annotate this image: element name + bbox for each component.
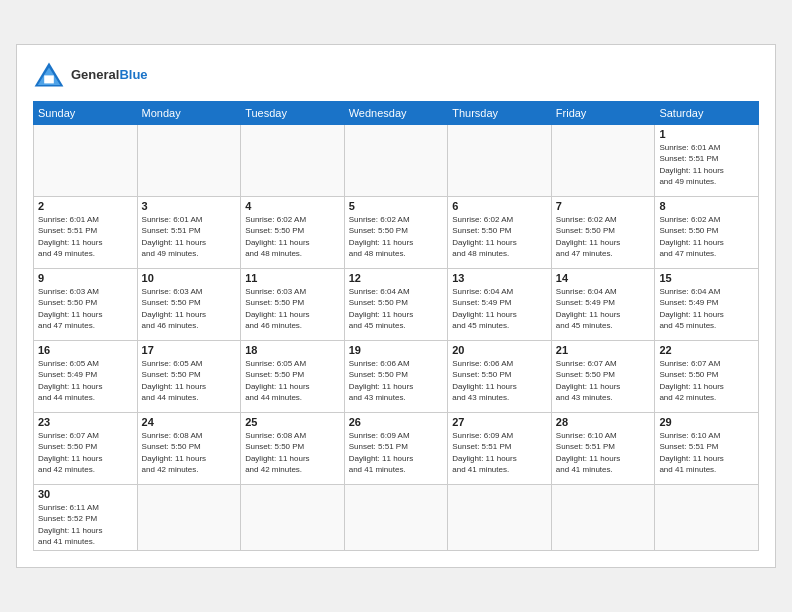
day-info: Sunrise: 6:06 AM Sunset: 5:50 PM Dayligh… <box>349 358 444 403</box>
day-number: 18 <box>245 344 340 356</box>
day-cell <box>551 485 655 551</box>
day-cell <box>241 125 345 197</box>
logo-text: GeneralBlue <box>71 67 148 83</box>
day-info: Sunrise: 6:01 AM Sunset: 5:51 PM Dayligh… <box>142 214 237 259</box>
day-number: 13 <box>452 272 547 284</box>
day-cell <box>551 125 655 197</box>
day-number: 22 <box>659 344 754 356</box>
day-cell <box>137 485 241 551</box>
day-number: 3 <box>142 200 237 212</box>
day-info: Sunrise: 6:01 AM Sunset: 5:51 PM Dayligh… <box>659 142 754 187</box>
day-number: 8 <box>659 200 754 212</box>
day-cell: 14Sunrise: 6:04 AM Sunset: 5:49 PM Dayli… <box>551 269 655 341</box>
day-cell <box>34 125 138 197</box>
day-number: 11 <box>245 272 340 284</box>
day-number: 28 <box>556 416 651 428</box>
day-info: Sunrise: 6:02 AM Sunset: 5:50 PM Dayligh… <box>556 214 651 259</box>
day-cell: 2Sunrise: 6:01 AM Sunset: 5:51 PM Daylig… <box>34 197 138 269</box>
day-info: Sunrise: 6:10 AM Sunset: 5:51 PM Dayligh… <box>556 430 651 475</box>
day-cell: 12Sunrise: 6:04 AM Sunset: 5:50 PM Dayli… <box>344 269 448 341</box>
day-number: 7 <box>556 200 651 212</box>
day-info: Sunrise: 6:01 AM Sunset: 5:51 PM Dayligh… <box>38 214 133 259</box>
day-number: 27 <box>452 416 547 428</box>
day-cell: 11Sunrise: 6:03 AM Sunset: 5:50 PM Dayli… <box>241 269 345 341</box>
day-cell <box>448 125 552 197</box>
day-info: Sunrise: 6:05 AM Sunset: 5:50 PM Dayligh… <box>245 358 340 403</box>
weekday-header-wednesday: Wednesday <box>344 102 448 125</box>
day-info: Sunrise: 6:08 AM Sunset: 5:50 PM Dayligh… <box>142 430 237 475</box>
day-info: Sunrise: 6:02 AM Sunset: 5:50 PM Dayligh… <box>659 214 754 259</box>
day-number: 23 <box>38 416 133 428</box>
day-info: Sunrise: 6:08 AM Sunset: 5:50 PM Dayligh… <box>245 430 340 475</box>
day-cell: 28Sunrise: 6:10 AM Sunset: 5:51 PM Dayli… <box>551 413 655 485</box>
day-number: 12 <box>349 272 444 284</box>
weekday-header-row: SundayMondayTuesdayWednesdayThursdayFrid… <box>34 102 759 125</box>
day-cell: 23Sunrise: 6:07 AM Sunset: 5:50 PM Dayli… <box>34 413 138 485</box>
day-cell <box>137 125 241 197</box>
day-info: Sunrise: 6:02 AM Sunset: 5:50 PM Dayligh… <box>245 214 340 259</box>
day-cell: 7Sunrise: 6:02 AM Sunset: 5:50 PM Daylig… <box>551 197 655 269</box>
day-number: 30 <box>38 488 133 500</box>
day-number: 14 <box>556 272 651 284</box>
day-cell: 16Sunrise: 6:05 AM Sunset: 5:49 PM Dayli… <box>34 341 138 413</box>
day-number: 21 <box>556 344 651 356</box>
day-cell: 8Sunrise: 6:02 AM Sunset: 5:50 PM Daylig… <box>655 197 759 269</box>
weekday-header-sunday: Sunday <box>34 102 138 125</box>
weekday-header-saturday: Saturday <box>655 102 759 125</box>
day-info: Sunrise: 6:04 AM Sunset: 5:49 PM Dayligh… <box>452 286 547 331</box>
day-cell: 20Sunrise: 6:06 AM Sunset: 5:50 PM Dayli… <box>448 341 552 413</box>
day-cell: 26Sunrise: 6:09 AM Sunset: 5:51 PM Dayli… <box>344 413 448 485</box>
day-cell <box>344 125 448 197</box>
day-cell: 30Sunrise: 6:11 AM Sunset: 5:52 PM Dayli… <box>34 485 138 551</box>
week-row-5: 23Sunrise: 6:07 AM Sunset: 5:50 PM Dayli… <box>34 413 759 485</box>
day-cell: 5Sunrise: 6:02 AM Sunset: 5:50 PM Daylig… <box>344 197 448 269</box>
day-number: 17 <box>142 344 237 356</box>
header: GeneralBlue <box>33 61 759 89</box>
day-number: 25 <box>245 416 340 428</box>
day-number: 29 <box>659 416 754 428</box>
day-cell <box>655 485 759 551</box>
day-cell: 15Sunrise: 6:04 AM Sunset: 5:49 PM Dayli… <box>655 269 759 341</box>
day-info: Sunrise: 6:05 AM Sunset: 5:50 PM Dayligh… <box>142 358 237 403</box>
day-cell: 13Sunrise: 6:04 AM Sunset: 5:49 PM Dayli… <box>448 269 552 341</box>
day-info: Sunrise: 6:10 AM Sunset: 5:51 PM Dayligh… <box>659 430 754 475</box>
day-info: Sunrise: 6:07 AM Sunset: 5:50 PM Dayligh… <box>659 358 754 403</box>
day-cell: 21Sunrise: 6:07 AM Sunset: 5:50 PM Dayli… <box>551 341 655 413</box>
calendar-table: SundayMondayTuesdayWednesdayThursdayFrid… <box>33 101 759 551</box>
day-info: Sunrise: 6:03 AM Sunset: 5:50 PM Dayligh… <box>38 286 133 331</box>
day-cell: 22Sunrise: 6:07 AM Sunset: 5:50 PM Dayli… <box>655 341 759 413</box>
day-info: Sunrise: 6:04 AM Sunset: 5:49 PM Dayligh… <box>659 286 754 331</box>
weekday-header-friday: Friday <box>551 102 655 125</box>
week-row-3: 9Sunrise: 6:03 AM Sunset: 5:50 PM Daylig… <box>34 269 759 341</box>
day-info: Sunrise: 6:09 AM Sunset: 5:51 PM Dayligh… <box>452 430 547 475</box>
day-cell <box>344 485 448 551</box>
day-info: Sunrise: 6:05 AM Sunset: 5:49 PM Dayligh… <box>38 358 133 403</box>
day-info: Sunrise: 6:09 AM Sunset: 5:51 PM Dayligh… <box>349 430 444 475</box>
day-cell: 25Sunrise: 6:08 AM Sunset: 5:50 PM Dayli… <box>241 413 345 485</box>
logo: GeneralBlue <box>33 61 148 89</box>
week-row-6: 30Sunrise: 6:11 AM Sunset: 5:52 PM Dayli… <box>34 485 759 551</box>
svg-rect-2 <box>44 76 54 84</box>
day-number: 4 <box>245 200 340 212</box>
day-info: Sunrise: 6:04 AM Sunset: 5:50 PM Dayligh… <box>349 286 444 331</box>
day-info: Sunrise: 6:02 AM Sunset: 5:50 PM Dayligh… <box>452 214 547 259</box>
day-cell: 27Sunrise: 6:09 AM Sunset: 5:51 PM Dayli… <box>448 413 552 485</box>
day-number: 5 <box>349 200 444 212</box>
day-number: 16 <box>38 344 133 356</box>
day-cell <box>448 485 552 551</box>
day-info: Sunrise: 6:07 AM Sunset: 5:50 PM Dayligh… <box>38 430 133 475</box>
day-info: Sunrise: 6:04 AM Sunset: 5:49 PM Dayligh… <box>556 286 651 331</box>
day-info: Sunrise: 6:11 AM Sunset: 5:52 PM Dayligh… <box>38 502 133 547</box>
day-cell: 9Sunrise: 6:03 AM Sunset: 5:50 PM Daylig… <box>34 269 138 341</box>
day-number: 15 <box>659 272 754 284</box>
day-cell: 29Sunrise: 6:10 AM Sunset: 5:51 PM Dayli… <box>655 413 759 485</box>
logo-icon <box>33 61 65 89</box>
week-row-1: 1Sunrise: 6:01 AM Sunset: 5:51 PM Daylig… <box>34 125 759 197</box>
day-cell: 17Sunrise: 6:05 AM Sunset: 5:50 PM Dayli… <box>137 341 241 413</box>
weekday-header-monday: Monday <box>137 102 241 125</box>
weekday-header-tuesday: Tuesday <box>241 102 345 125</box>
day-info: Sunrise: 6:03 AM Sunset: 5:50 PM Dayligh… <box>142 286 237 331</box>
day-number: 19 <box>349 344 444 356</box>
day-cell: 3Sunrise: 6:01 AM Sunset: 5:51 PM Daylig… <box>137 197 241 269</box>
day-number: 6 <box>452 200 547 212</box>
